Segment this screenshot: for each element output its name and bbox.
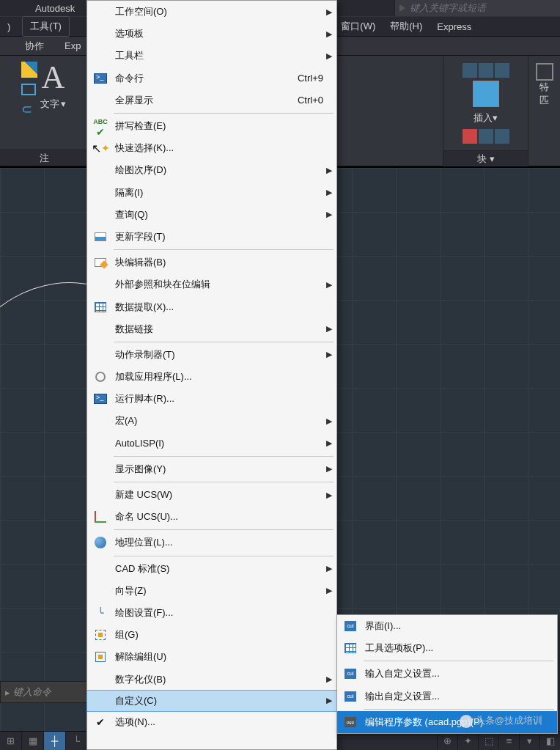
mi-wizard[interactable]: 向导(Z)▶ — [87, 580, 336, 602]
mi-ungroup[interactable]: 解除编组(U) — [87, 646, 336, 668]
table-icon — [95, 302, 106, 312]
status-r-icon[interactable]: ⬚ — [478, 732, 498, 750]
status-r-icon[interactable]: ◧ — [539, 732, 560, 750]
insert-icon[interactable] — [473, 81, 499, 107]
menu-express[interactable]: Express — [430, 18, 479, 35]
tab-express[interactable]: Exp — [54, 38, 91, 54]
axes-icon: ╰ — [97, 607, 103, 619]
abc-icon: ABC — [93, 118, 108, 125]
mi-updatefield[interactable]: 更新字段(T) — [87, 226, 336, 248]
small-icon[interactable] — [495, 63, 509, 78]
small-icon[interactable] — [463, 63, 477, 78]
search-box[interactable]: 键入关键字或短语 — [394, 0, 560, 16]
match-props-icon[interactable] — [536, 63, 553, 81]
palette-icon — [345, 643, 356, 653]
status-r-icon[interactable]: ▾ — [519, 732, 539, 750]
mi-cmdline[interactable]: 命令行Ctrl+9 — [87, 67, 336, 89]
check-icon: ✔ — [96, 716, 105, 728]
mi-standards[interactable]: CAD 标准(S)▶ — [87, 558, 336, 580]
mi-quickselect[interactable]: ↖✦快速选择(K)... — [87, 137, 336, 159]
mi-toolbar[interactable]: 工具栏▶ — [87, 45, 336, 67]
smi-importcust[interactable]: cui输入自定义设置... — [337, 663, 557, 685]
command-placeholder: 键入命令 — [13, 685, 51, 699]
mi-xrefedit[interactable]: 外部参照和块在位编辑▶ — [87, 273, 336, 295]
mi-newucs[interactable]: 新建 UCS(W)▶ — [87, 484, 336, 506]
watermark: 头条@技成培训 — [460, 714, 542, 728]
mi-workspace[interactable]: 工作空间(O)▶ — [87, 1, 336, 23]
menu-window[interactable]: 窗口(W) — [334, 17, 383, 36]
menu-help[interactable]: 帮助(H) — [383, 17, 430, 36]
chevron-icon: ▸ — [5, 687, 10, 698]
box-icon[interactable] — [21, 84, 36, 95]
mi-datalink[interactable]: 数据链接▶ — [87, 318, 336, 340]
mi-isolate[interactable]: 隔离(I)▶ — [87, 182, 336, 204]
mi-dataextract[interactable]: 数据提取(X)... — [87, 295, 336, 317]
mi-options[interactable]: ✔选项(N)... — [87, 711, 336, 733]
small-icon[interactable] — [479, 63, 493, 78]
status-model-icon[interactable]: ⊞ — [0, 732, 22, 750]
insert-label[interactable]: 插入▾ — [474, 111, 498, 125]
smi-interface[interactable]: cui界面(I)... — [337, 615, 557, 637]
mi-inquiry[interactable]: 查询(Q)▶ — [87, 204, 336, 226]
mi-macro[interactable]: 宏(A)▶ — [87, 410, 336, 432]
small-icon[interactable] — [463, 129, 477, 144]
cmdline-icon — [94, 73, 107, 84]
gear-icon — [95, 372, 106, 382]
mi-loadapp[interactable]: 加载应用程序(L)... — [87, 366, 336, 388]
smi-exportcust[interactable]: cui输出自定义设置... — [337, 685, 557, 707]
status-r-icon[interactable]: ✦ — [457, 732, 478, 750]
smi-toolpalette[interactable]: 工具选项板(P)... — [337, 637, 557, 659]
import-icon: cui — [345, 669, 356, 679]
status-r-icon[interactable]: ≡ — [498, 732, 519, 750]
cui-icon: cui — [345, 621, 356, 631]
mi-draftset[interactable]: ╰绘图设置(F)... — [87, 602, 336, 624]
panel-block-footer[interactable]: 块▾ — [443, 150, 528, 166]
export-icon: cui — [345, 691, 356, 702]
mi-actionrec[interactable]: 动作录制器(T)▶ — [87, 344, 336, 366]
globe-icon — [95, 537, 106, 548]
mi-namedu[interactable]: 命名 UCS(U)... — [87, 506, 336, 528]
menu-tools[interactable]: 工具(T) — [22, 16, 70, 37]
panel-insert: 插入▾ 块▾ — [443, 56, 528, 166]
cursor-icon: ↖ — [92, 141, 101, 155]
avatar-icon — [460, 715, 473, 728]
panel-annotation-label[interactable]: 注 — [0, 150, 88, 166]
pencil-icon[interactable] — [21, 62, 37, 78]
tab-collab[interactable]: 协作 — [15, 37, 54, 55]
small-icon[interactable] — [495, 129, 509, 144]
mi-palette[interactable]: 选项板▶ — [87, 23, 336, 45]
app-title: Autodesk — [35, 3, 75, 14]
mi-group[interactable]: 组(G) — [87, 624, 336, 646]
menu-trunc[interactable]: ) — [0, 18, 18, 35]
panel-props: 特 匹 — [528, 56, 560, 166]
ungroup-icon — [95, 652, 106, 662]
mi-customize[interactable]: 自定义(C)▶ — [86, 690, 337, 712]
small-icon[interactable] — [479, 129, 493, 144]
mi-tablet[interactable]: 数字化仪(B)▶ — [87, 668, 336, 690]
command-line[interactable]: ▸ 键入命令 — [0, 681, 88, 703]
script-icon — [94, 394, 107, 404]
block-edit-icon — [95, 258, 106, 267]
subset-icon[interactable]: ⊂ — [21, 101, 37, 117]
mi-autolisp[interactable]: AutoLISP(I)▶ — [87, 433, 336, 455]
status-r-icon[interactable]: ⊕ — [437, 732, 457, 750]
search-placeholder: 键入关键字或短语 — [410, 1, 486, 15]
status-snap-icon[interactable]: ┼ — [44, 732, 66, 750]
mi-showimg[interactable]: 显示图像(Y)▶ — [87, 458, 336, 480]
field-icon — [95, 232, 106, 241]
tools-menu: 工作空间(O)▶ 选项板▶ 工具栏▶ 命令行Ctrl+9 全屏显示Ctrl+0 … — [86, 0, 337, 750]
mi-blockedit[interactable]: 块编辑器(B) — [87, 251, 336, 273]
pgp-icon: pgp — [345, 717, 356, 727]
status-ortho-icon[interactable]: └ — [66, 732, 88, 750]
mi-fullscreen[interactable]: 全屏显示Ctrl+0 — [87, 89, 336, 111]
props-sub: 匹 — [539, 94, 549, 107]
text-big-icon[interactable]: A — [42, 59, 65, 96]
text-label[interactable]: 文字▾ — [40, 98, 66, 111]
search-triangle-icon — [399, 4, 405, 12]
mi-runscript[interactable]: 运行脚本(R)... — [87, 388, 336, 410]
props-label: 特 — [539, 81, 549, 94]
mi-spellcheck[interactable]: ABC✔拼写检查(E) — [87, 115, 336, 137]
mi-geoloc[interactable]: 地理位置(L)... — [87, 532, 336, 554]
status-grid-icon[interactable]: ▦ — [22, 732, 44, 750]
mi-draworder[interactable]: 绘图次序(D)▶ — [87, 159, 336, 181]
